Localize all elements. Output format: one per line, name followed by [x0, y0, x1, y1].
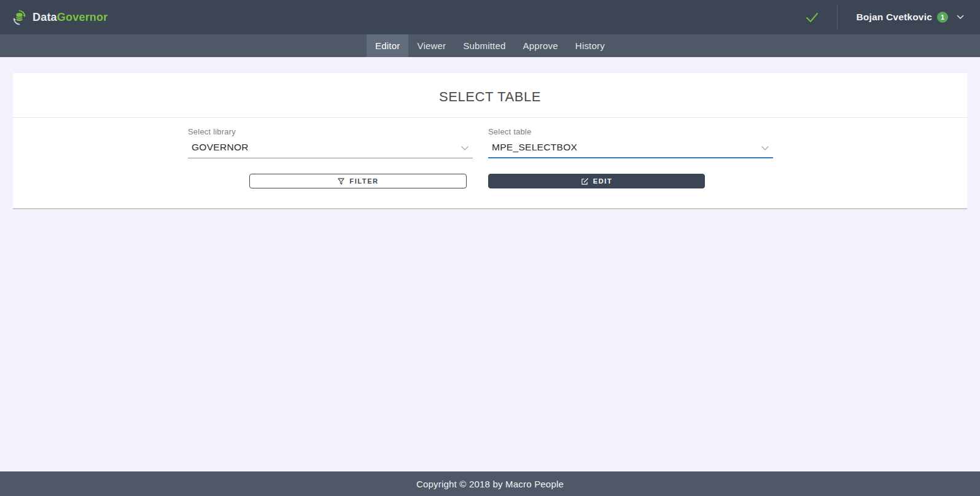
card-body: Select library GOVERNOR FILTER	[13, 118, 967, 208]
select-library-dropdown[interactable]: GOVERNOR	[188, 141, 473, 158]
select-table-card: SELECT TABLE Select library GOVERNOR	[13, 73, 967, 209]
select-table-dropdown[interactable]: MPE_SELECTBOX	[488, 141, 773, 158]
card-header: SELECT TABLE	[13, 73, 967, 118]
select-table-label: Select table	[488, 127, 773, 136]
main-nav-tabs: Editor Viewer Submitted Approve History	[0, 34, 980, 57]
chevron-down-icon	[957, 15, 964, 20]
tab-viewer[interactable]: Viewer	[408, 34, 454, 57]
select-library-field: Select library GOVERNOR	[188, 127, 473, 158]
filter-button-row: FILTER	[249, 174, 473, 188]
top-navbar: DataGovernor Bojan Cvetkovic 1	[0, 0, 980, 34]
notification-badge: 1	[937, 12, 948, 23]
table-column: Select table MPE_SELECTBOX	[488, 127, 773, 188]
app-title-secondary: Governor	[57, 11, 108, 23]
library-column: Select library GOVERNOR FILTER	[188, 127, 473, 188]
page-footer: Copyright © 2018 by Macro People	[0, 471, 980, 496]
tab-editor[interactable]: Editor	[367, 34, 408, 57]
database-sync-icon	[11, 9, 28, 26]
tab-approve[interactable]: Approve	[515, 34, 567, 57]
edit-button-label: EDIT	[593, 177, 612, 185]
copyright-text: Copyright © 2018 by Macro People	[416, 479, 564, 489]
select-library-value: GOVERNOR	[192, 142, 249, 152]
app-title-primary: Data	[33, 11, 57, 23]
navbar-right-section: Bojan Cvetkovic 1	[801, 0, 980, 34]
app-title: DataGovernor	[33, 11, 107, 24]
user-name: Bojan Cvetkovic	[856, 12, 932, 23]
user-menu[interactable]: Bojan Cvetkovic 1	[838, 0, 980, 34]
app-logo[interactable]: DataGovernor	[11, 9, 107, 26]
edit-pencil-icon	[581, 177, 589, 185]
filter-button-label: FILTER	[349, 177, 378, 185]
chevron-down-icon	[461, 145, 469, 151]
filter-button[interactable]: FILTER	[249, 174, 467, 188]
status-checkmark-icon	[801, 7, 822, 28]
select-table-field: Select table MPE_SELECTBOX	[488, 127, 773, 158]
main-content: SELECT TABLE Select library GOVERNOR	[0, 57, 980, 471]
select-table-value: MPE_SELECTBOX	[492, 142, 577, 152]
select-library-label: Select library	[188, 127, 473, 136]
page-title: SELECT TABLE	[13, 89, 967, 105]
filter-funnel-icon	[337, 177, 345, 185]
edit-button[interactable]: EDIT	[488, 174, 705, 188]
tab-submitted[interactable]: Submitted	[454, 34, 514, 57]
chevron-down-icon	[761, 145, 769, 151]
edit-button-row: EDIT	[488, 174, 773, 188]
tab-history[interactable]: History	[567, 34, 613, 57]
